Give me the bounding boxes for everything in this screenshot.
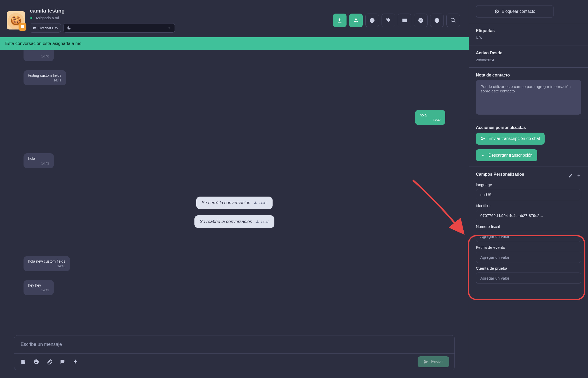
custom-field: Numero fiscal Agregar un valor xyxy=(476,224,581,242)
contact-name: camila testing xyxy=(30,8,175,14)
compose-area: Escribe un mensaje Enviar xyxy=(0,335,469,378)
custom-field: Cuenta de prueba Agregar un valor xyxy=(476,266,581,284)
bolt-icon[interactable] xyxy=(72,358,79,365)
message-time: 14:42 xyxy=(41,162,49,165)
acciones-title: Acciones personalizadas xyxy=(476,125,581,130)
info-button[interactable] xyxy=(430,14,444,27)
cf-label: language xyxy=(476,182,581,187)
header-actions xyxy=(333,14,460,27)
contact-avatar[interactable]: 🍪 xyxy=(7,11,25,29)
message-bubble: hola new custom fields 14:43 xyxy=(24,256,70,271)
audio-icon[interactable] xyxy=(59,358,66,365)
chat-header: 🍪 camila testing Asignado a mí Livechat … xyxy=(0,0,469,37)
spacer xyxy=(24,237,445,247)
sb-section-custom-fields: Campos Personalizados language en-US ide… xyxy=(469,167,588,289)
resolve-button[interactable] xyxy=(414,14,428,27)
cf-input-language[interactable]: en-US xyxy=(476,189,581,200)
send-transcript-label: Enviar transcripción de chat xyxy=(488,136,540,141)
sb-section-etiquetas: Etiquetas N/A xyxy=(469,23,588,45)
download-icon xyxy=(481,153,485,158)
message-input[interactable]: Escribe un mensaje xyxy=(14,335,454,354)
header-meta: camila testing Asignado a mí Livechat De… xyxy=(30,8,175,33)
etiquetas-title: Etiquetas xyxy=(476,28,581,33)
tag-button[interactable] xyxy=(382,14,395,27)
cf-input-cuenta-prueba[interactable]: Agregar un valor xyxy=(476,273,581,284)
sb-section-block: Bloquear contacto xyxy=(469,0,588,23)
etiquetas-value: N/A xyxy=(476,36,581,40)
add-icon[interactable] xyxy=(577,173,581,178)
system-time: 14:42 xyxy=(253,201,267,205)
sb-section-activo: Activo Desde 28/08/2024 xyxy=(469,45,588,68)
system-text: Se cerró la conversación xyxy=(201,200,250,205)
send-icon xyxy=(481,136,485,141)
block-contact-label: Bloquear contacto xyxy=(502,9,535,14)
user-icon xyxy=(253,201,257,205)
message-time: 14:42 xyxy=(433,118,441,122)
main-panel: 🍪 camila testing Asignado a mí Livechat … xyxy=(0,0,469,378)
user-icon xyxy=(255,220,259,223)
send-label: Enviar xyxy=(431,359,443,364)
system-text: Se reabrió la conversación xyxy=(200,219,252,224)
message-time: 14:40 xyxy=(41,55,49,58)
header-dropdown[interactable] xyxy=(64,23,175,33)
contact-card-button[interactable] xyxy=(398,14,411,27)
cf-label: Cuenta de prueba xyxy=(476,266,581,270)
cf-input-fecha-evento[interactable]: Agregar un valor xyxy=(476,252,581,263)
app-root: 🍪 camila testing Asignado a mí Livechat … xyxy=(0,0,588,378)
send-transcript-button[interactable]: Enviar transcripción de chat xyxy=(476,133,545,145)
download-transcript-label: Descargar transcripción xyxy=(488,153,533,158)
emoji-icon[interactable] xyxy=(33,358,40,365)
custom-field: Fecha de evento Agregar un valor xyxy=(476,245,581,263)
cf-label: Numero fiscal xyxy=(476,224,581,229)
download-transcript-button[interactable]: Descargar transcripción xyxy=(476,149,537,161)
history-button[interactable] xyxy=(365,14,379,27)
assign-agent-button[interactable] xyxy=(349,14,363,27)
channel-badge[interactable]: Livechat Dev xyxy=(30,23,61,33)
system-time: 14:42 xyxy=(255,220,269,224)
nota-title: Nota de contacto xyxy=(476,73,581,78)
cf-input-identifier[interactable]: 0707769d-b994-4c4c-ab27-879c2… xyxy=(476,210,581,221)
contact-note-input[interactable]: Puede utilizar este campo para agregar i… xyxy=(476,80,581,115)
message-text: hola xyxy=(28,156,49,161)
message-text: hey hey xyxy=(28,283,49,287)
contact-sidebar[interactable]: Bloquear contacto Etiquetas N/A Activo D… xyxy=(469,0,588,378)
message-time: 14:43 xyxy=(57,264,65,268)
message-time: 14:41 xyxy=(54,79,61,82)
activo-title: Activo Desde xyxy=(476,51,581,55)
header-tags: Livechat Dev xyxy=(30,23,175,33)
spacer xyxy=(24,177,445,188)
message-text: hola xyxy=(420,113,441,117)
channel-badge-label: Livechat Dev xyxy=(38,26,58,30)
activo-value: 28/08/2024 xyxy=(476,58,581,62)
status-dot-icon xyxy=(30,16,33,20)
compose-toolbar: Enviar xyxy=(14,354,454,370)
assignment-banner: Esta conversación está asignada a me xyxy=(0,37,469,50)
cf-input-numero-fiscal[interactable]: Agregar un valor xyxy=(476,231,581,242)
assignment-status: Asignado a mí xyxy=(30,16,175,20)
send-button[interactable]: Enviar xyxy=(418,356,449,367)
chevron-down-icon xyxy=(167,26,171,30)
attachment-icon[interactable] xyxy=(46,358,53,365)
system-message: Se reabrió la conversación 14:42 xyxy=(194,215,274,228)
custom-fields-title: Campos Personalizados xyxy=(476,172,524,177)
moon-icon xyxy=(67,26,71,30)
custom-field: identifier 0707769d-b994-4c4c-ab27-879c2… xyxy=(476,203,581,221)
note-icon[interactable] xyxy=(20,358,27,365)
message-time: 14:43 xyxy=(41,288,49,292)
chat-body[interactable]: 14:40 testing custom fields 14:41 hola 1… xyxy=(0,50,469,335)
block-icon xyxy=(494,9,499,14)
message-bubble: hola 14:42 xyxy=(24,153,54,168)
message-bubble: hola 14:42 xyxy=(415,110,445,125)
message-bubble: hey hey 14:43 xyxy=(24,280,54,295)
message-bubble: 14:40 xyxy=(24,50,54,61)
search-button[interactable] xyxy=(446,14,460,27)
spacer xyxy=(24,134,445,144)
cf-label: Fecha de evento xyxy=(476,245,581,250)
upload-button[interactable] xyxy=(333,14,347,27)
edit-icon[interactable] xyxy=(568,173,573,178)
compose-box: Escribe un mensaje Enviar xyxy=(14,335,455,370)
message-text: hola new custom fields xyxy=(28,259,65,263)
sb-section-nota: Nota de contacto Puede utilizar este cam… xyxy=(469,68,588,120)
assignment-label: Asignado a mí xyxy=(36,16,59,20)
block-contact-button[interactable]: Bloquear contacto xyxy=(476,5,554,18)
